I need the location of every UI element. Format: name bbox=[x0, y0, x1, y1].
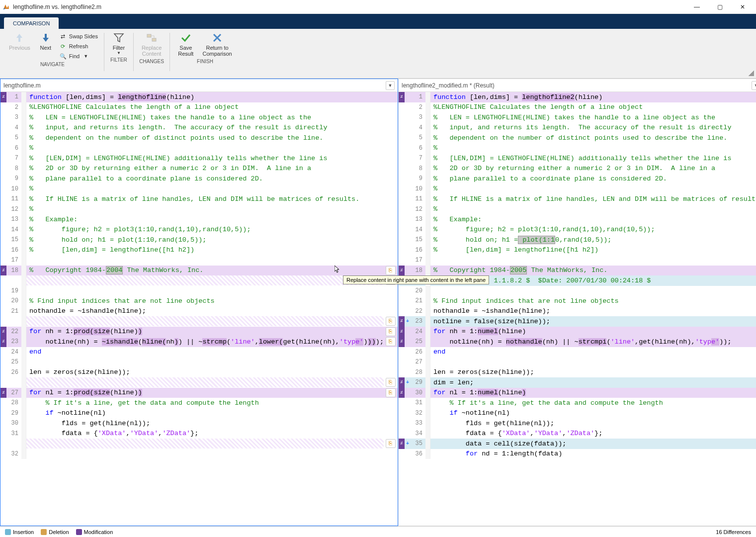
code-line: 8 % 2D or 3D by returning either a numer… bbox=[399, 164, 756, 174]
line-number: 26 bbox=[6, 369, 21, 376]
code-line: 11 % If HLINE is a matrix of line handle… bbox=[0, 194, 398, 204]
line-number: 33 bbox=[411, 420, 425, 427]
line-number: 4 bbox=[6, 124, 21, 131]
line-number: 36 bbox=[411, 450, 425, 457]
replace-icon bbox=[146, 32, 158, 44]
line-number: 20 bbox=[6, 297, 21, 304]
line-number: 29 bbox=[6, 410, 21, 417]
modification-swatch bbox=[76, 529, 82, 535]
code-line: ≠ 18 % Copyright 1984-2005 The MathWorks… bbox=[399, 266, 756, 276]
code-line: 8 % 2D or 3D by returning either a numer… bbox=[0, 164, 398, 174]
return-to-comparison-button[interactable]: Return to Comparison bbox=[198, 31, 236, 58]
code-line: 3 % LEN = LENGTHOFLINE(HLINE) takes the … bbox=[399, 112, 756, 123]
line-number: 27 bbox=[411, 358, 425, 365]
left-file-dropdown[interactable]: ▼ bbox=[386, 81, 395, 90]
replace-content-button[interactable]: Replace Content bbox=[138, 31, 166, 58]
line-number: 21 bbox=[6, 308, 21, 315]
tab-strip: COMPARISON bbox=[0, 14, 756, 29]
refresh-button[interactable]: ⟳Refresh bbox=[57, 42, 100, 51]
code-line: ≠ 27 for nl = 1:prod(size(hline)) ⎘ bbox=[0, 388, 398, 398]
code-line: ≠ 24 for nh = 1:numel(hline) bbox=[399, 327, 756, 337]
save-result-button[interactable]: Save Result bbox=[174, 31, 197, 58]
find-button[interactable]: 🔍Find▼ bbox=[57, 52, 100, 61]
code-line: ≠ + 35 data = cell(size(fdata)); bbox=[399, 439, 756, 449]
code-line: 13 % Example: bbox=[0, 214, 398, 225]
line-number: 9 bbox=[6, 175, 21, 182]
line-number: 17 bbox=[6, 257, 21, 264]
next-button[interactable]: Next bbox=[35, 31, 56, 52]
line-number: 25 bbox=[6, 358, 21, 365]
maximize-button[interactable]: ▢ bbox=[708, 0, 731, 14]
line-number: 31 bbox=[6, 430, 21, 437]
line-number: 20 bbox=[411, 287, 425, 294]
tab-comparison[interactable]: COMPARISON bbox=[4, 17, 59, 29]
code-line: 16 % [len,dim] = lengthofline([h1 h2]) bbox=[0, 245, 398, 256]
line-number: 34 bbox=[411, 430, 425, 437]
line-number: 8 bbox=[411, 165, 425, 172]
code-line: 30 flds = get(hline(nl)); bbox=[0, 418, 398, 429]
code-line: ≠ + 29 dim = len; bbox=[399, 377, 756, 388]
ribbon-collapse-handle[interactable] bbox=[748, 70, 754, 76]
line-number: 22 bbox=[411, 308, 425, 315]
swap-sides-button[interactable]: ⇄Swap Sides bbox=[57, 32, 100, 41]
merge-right-button[interactable]: ⎘ bbox=[386, 327, 396, 336]
code-line: 5 % dependent on the number of distinct … bbox=[399, 133, 756, 143]
line-number: 2 bbox=[411, 104, 425, 111]
line-number: 21 bbox=[411, 297, 425, 304]
code-line: 15 % hold on; h1 = plot(1:10,rand(10,5))… bbox=[399, 235, 756, 245]
filter-button[interactable]: Filter ▼ bbox=[108, 31, 129, 56]
swap-icon: ⇄ bbox=[59, 32, 67, 40]
code-line: 10 % bbox=[399, 184, 756, 194]
legend-deletion: Deletion bbox=[41, 529, 69, 535]
code-line: 31 % If it's a line, get the data and co… bbox=[399, 398, 756, 408]
close-button[interactable]: ✕ bbox=[731, 0, 754, 14]
line-number: 29 bbox=[411, 379, 425, 386]
left-file-name: lengthofline.m bbox=[3, 82, 41, 89]
left-code-area[interactable]: ≠ 1 function [len,dims] = lengthofline(h… bbox=[0, 92, 398, 526]
refresh-icon: ⟳ bbox=[59, 42, 67, 50]
code-line: 10 % bbox=[0, 184, 398, 194]
line-number: 17 bbox=[411, 257, 425, 264]
line-number: 32 bbox=[6, 450, 21, 457]
merge-right-button[interactable]: ⎘ bbox=[386, 388, 396, 397]
line-number: 6 bbox=[6, 145, 21, 152]
line-number: 23 bbox=[6, 338, 21, 345]
merge-right-button[interactable]: ⎘ bbox=[386, 378, 396, 387]
insertion-swatch bbox=[5, 529, 11, 535]
merge-right-button[interactable]: ⎘ bbox=[386, 337, 396, 346]
line-number: 14 bbox=[6, 226, 21, 233]
line-number: 4 bbox=[411, 124, 425, 131]
right-pane: lengthofline2_modified.m * (Result) ▼ ≠ … bbox=[398, 79, 756, 526]
merge-right-button[interactable]: ⎘ bbox=[386, 317, 396, 326]
line-number: 23 bbox=[411, 318, 425, 325]
line-number: 24 bbox=[411, 328, 425, 335]
right-file-dropdown[interactable]: ▼ bbox=[752, 81, 756, 90]
code-line: ≠ 25 notline(nh) = nothandle(nh) || ~str… bbox=[399, 337, 756, 347]
code-line: ≠ 1 function [len,dims] = lengthofline(h… bbox=[0, 92, 398, 102]
merge-right-button[interactable]: ⎘ bbox=[386, 439, 396, 448]
line-number: 30 bbox=[6, 420, 21, 427]
code-line: 9 % plane parallel to a coordinate plane… bbox=[399, 174, 756, 184]
close-x-icon bbox=[211, 32, 223, 44]
previous-button[interactable]: Previous bbox=[5, 31, 34, 52]
line-number: 5 bbox=[6, 134, 21, 141]
left-pane-header: lengthofline.m ▼ bbox=[0, 79, 398, 92]
search-icon: 🔍 bbox=[59, 52, 67, 60]
code-line: 3 % LEN = LENGTHOFLINE(HLINE) takes the … bbox=[0, 112, 398, 123]
minimize-button[interactable]: — bbox=[685, 0, 708, 14]
right-code-area[interactable]: ≠ 1 function [len,dims] = lengthofline2(… bbox=[399, 92, 756, 526]
code-line: 4 % input, and returns its length. The a… bbox=[0, 123, 398, 133]
code-line: 7 % [LEN,DIM] = LENGTHOFLINE(HLINE) addi… bbox=[0, 153, 398, 164]
line-number: 7 bbox=[6, 155, 21, 162]
code-line: 28 len = zeros(size(hline)); bbox=[399, 367, 756, 378]
right-pane-header: lengthofline2_modified.m * (Result) ▼ bbox=[399, 79, 756, 92]
code-line: 2 %LENGTHOFLINE Calculates the length of… bbox=[0, 102, 398, 113]
code-line: 20 % Find input indices that are not lin… bbox=[0, 296, 398, 306]
chevron-down-icon: ▼ bbox=[117, 51, 121, 55]
deletion-swatch bbox=[41, 529, 47, 535]
code-line: 31 fdata = {'XData','YData','ZData'}; bbox=[0, 429, 398, 439]
merge-right-button[interactable]: ⎘ bbox=[386, 266, 396, 275]
code-line: ≠ 30 for nl = 1:numel(hline) bbox=[399, 388, 756, 398]
code-line: ≠ 23 notline(nh) = ~ishandle(hline(nh)) … bbox=[0, 337, 398, 347]
line-number: 35 bbox=[411, 440, 425, 447]
